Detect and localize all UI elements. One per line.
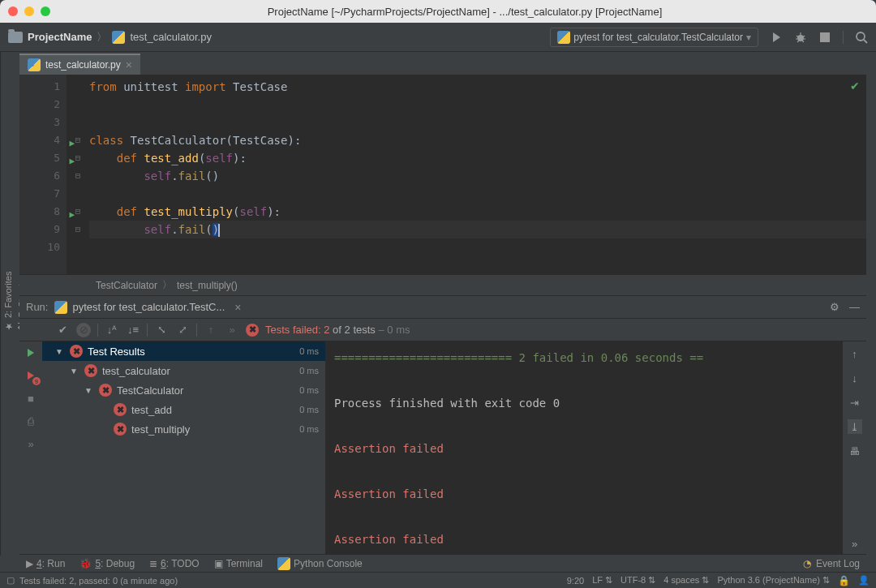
close-tab-icon[interactable]: × <box>126 58 132 71</box>
svg-point-2 <box>857 32 865 41</box>
tree-time: 0 ms <box>299 346 319 356</box>
tab-label: test_calculator.py <box>45 59 121 71</box>
code-breadcrumb[interactable]: TestCalculator 〉 test_multiply() <box>19 274 866 295</box>
soft-wrap-icon[interactable]: ⇥ <box>848 395 862 410</box>
close-window-button[interactable] <box>8 6 18 16</box>
rerun-failed-button[interactable]: 9 <box>24 369 37 382</box>
collapse-all-icon[interactable]: ⤢ <box>175 323 190 337</box>
fail-icon: ✖ <box>84 364 97 377</box>
prev-failed-icon[interactable]: ↑ <box>204 323 218 337</box>
tool-event-log[interactable]: Event Log <box>816 558 860 569</box>
more-button[interactable]: » <box>24 437 37 450</box>
run-config-selector[interactable]: pytest for test_calculator.TestCalculato… <box>550 28 758 47</box>
code-editor[interactable]: ✔ 1 2 3 4▶ 5▶ 6 7 8▶ 9 10 ⊟⊟⊟ ⊟⊟ from un… <box>19 75 866 274</box>
console-line: Process finished with exit code 0 <box>334 392 834 414</box>
console-side-toolbar: ↑ ↓ ⇥ ⤓ 🖶 » <box>842 341 866 556</box>
more-icon[interactable]: » <box>848 536 862 551</box>
breadcrumb-project[interactable]: ProjectName <box>28 31 92 43</box>
test-tree-row[interactable]: ✖test_multiply0 ms <box>42 419 325 439</box>
run-button[interactable] <box>770 31 783 44</box>
sort-alpha-icon[interactable]: ↓ᴬ <box>105 323 119 337</box>
sort-duration-icon[interactable]: ↓≡ <box>126 323 140 337</box>
python-icon <box>277 557 290 570</box>
toolbar-actions <box>770 31 868 44</box>
tree-time: 0 ms <box>299 385 319 395</box>
scroll-up-icon[interactable]: ↑ <box>848 346 862 361</box>
chevron-right-icon: 〉 <box>97 30 107 45</box>
debug-button[interactable] <box>794 31 807 44</box>
run-toolbar: ✔ ⊘ ↓ᴬ ↓≡ ⤡ ⤢ ↑ » ✖ Tests failed: 2 of 2… <box>19 319 866 341</box>
minimize-window-button[interactable] <box>24 6 34 16</box>
console-line <box>334 369 834 392</box>
console-line <box>334 414 834 437</box>
test-tree-row[interactable]: ▼✖TestCalculator0 ms <box>42 380 325 400</box>
separator <box>97 324 98 337</box>
status-line-sep[interactable]: LF ⇅ <box>592 575 612 586</box>
status-caret-pos[interactable]: 9:20 <box>567 576 584 586</box>
fold-gutter: ⊟⊟⊟ ⊟⊟ <box>67 75 89 274</box>
test-tree-row[interactable]: ▼✖Test Results0 ms <box>42 341 325 361</box>
run-line-marker[interactable]: ▶ <box>69 206 75 224</box>
lock-icon[interactable]: 🔒 <box>838 575 850 586</box>
show-passed-icon[interactable]: ✔ <box>55 323 70 337</box>
svg-point-0 <box>797 35 804 41</box>
status-bar: ▢ Tests failed: 2, passed: 0 (a minute a… <box>0 572 876 588</box>
settings-icon[interactable]: ⚙ <box>830 301 840 313</box>
tests-summary: Tests failed: 2 of 2 tests – 0 ms <box>265 324 410 336</box>
next-failed-icon[interactable]: » <box>225 323 239 337</box>
tree-time: 0 ms <box>299 405 319 414</box>
export-results-button[interactable]: ⎙ <box>24 414 37 427</box>
stop-button[interactable] <box>818 31 831 44</box>
tool-python-console[interactable]: Python Console <box>277 557 363 570</box>
separator <box>147 324 148 337</box>
fail-badge-icon: ✖ <box>246 324 259 337</box>
tool-run[interactable]: ▶ 4: Run <box>26 558 65 569</box>
expand-all-icon[interactable]: ⤡ <box>154 323 169 337</box>
console-line <box>334 460 834 483</box>
search-button[interactable] <box>855 31 868 44</box>
print-icon[interactable]: 🖶 <box>848 444 862 458</box>
tool-debug[interactable]: 🐞 5: Debug <box>79 558 135 569</box>
run-config-name[interactable]: pytest for test_calculator.TestC... <box>54 301 225 314</box>
breadcrumb-file[interactable]: test_calculator.py <box>130 31 211 43</box>
run-header: Run: pytest for test_calculator.TestC...… <box>19 296 866 319</box>
code-content[interactable]: from unittest import TestCase class Test… <box>89 75 866 274</box>
tool-terminal[interactable]: ▣ Terminal <box>214 558 263 569</box>
status-sdk[interactable]: Python 3.6 (ProjectName) ⇅ <box>717 575 830 586</box>
text-caret <box>218 224 220 237</box>
status-border-icon[interactable]: ▢ <box>6 575 15 586</box>
status-indent[interactable]: 4 spaces ⇅ <box>663 575 709 586</box>
fail-icon: ✖ <box>114 403 127 416</box>
minimize-panel-icon[interactable]: — <box>849 301 860 313</box>
run-side-toolbar: 9 ■ ⎙ » <box>19 341 42 556</box>
zoom-window-button[interactable] <box>41 6 50 16</box>
run-tool-window: Run: pytest for test_calculator.TestC...… <box>19 295 866 556</box>
tool-todo[interactable]: ≣ 6: TODO <box>149 558 200 569</box>
editor-tab[interactable]: test_calculator.py × <box>19 54 140 75</box>
test-console[interactable]: ========================== 2 failed in 0… <box>326 341 842 556</box>
tree-label: test_calculator <box>102 365 170 377</box>
test-tree-row[interactable]: ▼✖test_calculator0 ms <box>42 361 325 380</box>
rerun-button[interactable] <box>24 346 37 359</box>
scroll-to-end-icon[interactable]: ⤓ <box>848 419 862 434</box>
run-line-marker[interactable]: ▶ <box>69 135 75 152</box>
chevron-right-icon: 〉 <box>162 278 172 292</box>
tool-favorites[interactable]: ★ 2: Favorites <box>1 266 15 336</box>
status-message: Tests failed: 2, passed: 0 (a minute ago… <box>19 576 178 586</box>
toggle-auto-test-button[interactable]: ■ <box>24 392 37 405</box>
console-line: Assertion failed <box>334 528 834 551</box>
status-encoding[interactable]: UTF-8 ⇅ <box>620 575 655 586</box>
run-line-marker[interactable]: ▶ <box>69 152 75 170</box>
bottom-tool-strip: ▶ 4: Run 🐞 5: Debug ≣ 6: TODO ▣ Terminal… <box>19 554 866 572</box>
scroll-down-icon[interactable]: ↓ <box>848 371 862 385</box>
breadcrumb[interactable]: ProjectName 〉 test_calculator.py <box>8 30 212 45</box>
hector-icon[interactable]: 👤 <box>858 575 870 586</box>
tree-label: test_add <box>131 404 172 416</box>
test-tree[interactable]: ▼✖Test Results0 ms▼✖test_calculator0 ms▼… <box>42 341 326 556</box>
pytest-icon <box>54 301 67 314</box>
window-title: ProjectName [~/PycharmProjects/ProjectNa… <box>62 6 868 18</box>
close-tab-icon[interactable]: × <box>234 301 241 314</box>
test-tree-row[interactable]: ✖test_add0 ms <box>42 400 325 419</box>
line-number-gutter: 1 2 3 4▶ 5▶ 6 7 8▶ 9 10 <box>19 75 67 274</box>
show-ignored-icon[interactable]: ⊘ <box>76 323 91 337</box>
